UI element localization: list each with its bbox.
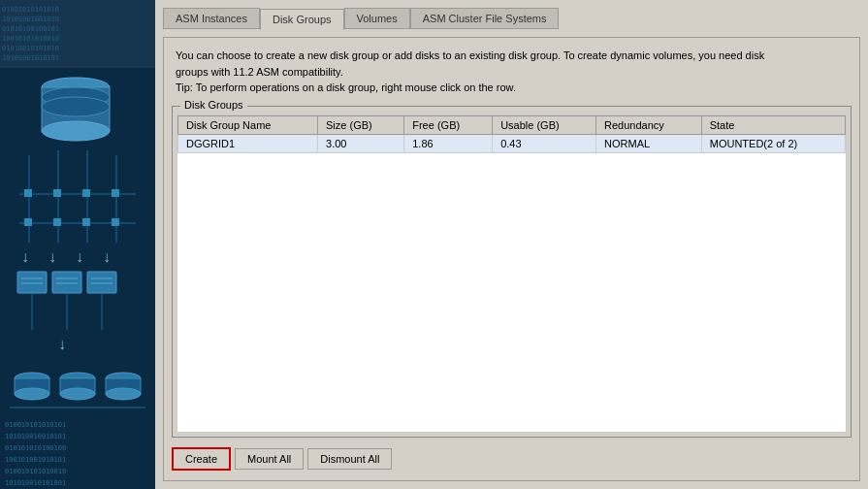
svg-rect-0 (0, 0, 155, 489)
svg-text:010010101010010: 010010101010010 (5, 468, 66, 475)
svg-text:10010101010010: 10010101010010 (2, 35, 59, 43)
svg-point-12 (42, 121, 110, 141)
content-area: ASM Instances Disk Groups Volumes ASM Cl… (155, 0, 868, 489)
svg-text:10101001001010: 10101001001010 (2, 16, 59, 23)
col-header-name: Disk Group Name (178, 115, 318, 134)
svg-text:01010100100101: 01010100100101 (2, 25, 59, 33)
svg-rect-33 (87, 272, 116, 293)
svg-point-11 (42, 97, 110, 116)
svg-text:↓: ↓ (103, 248, 111, 265)
content-panel: You can choose to create a new disk grou… (163, 37, 860, 481)
svg-text:010010101010101: 010010101010101 (5, 421, 66, 429)
svg-rect-25 (82, 218, 90, 226)
disk-groups-legend: Disk Groups (180, 99, 247, 111)
cell-state: MOUNTED(2 of 2) (701, 134, 845, 152)
col-header-free: Free (GB) (404, 115, 493, 134)
cell-redundancy: NORMAL (596, 134, 702, 152)
tab-disk-groups[interactable]: Disk Groups (260, 9, 344, 30)
svg-rect-31 (17, 272, 47, 293)
dismount-all-button[interactable]: Dismount All (307, 448, 392, 470)
disk-groups-table-wrapper: Disk Group Name Size (GB) Free (GB) Usab… (177, 114, 847, 434)
col-header-size: Size (GB) (318, 115, 404, 134)
disk-groups-section: Disk Groups Disk Group Name Size (GB) Fr… (172, 106, 852, 439)
disk-table: Disk Group Name Size (GB) Free (GB) Usab… (177, 115, 846, 153)
svg-rect-22 (112, 189, 119, 197)
cell-name: DGGRID1 (178, 134, 318, 152)
cell-size: 3.00 (318, 134, 404, 152)
sidebar: 01001010101010 10101001001010 0101010010… (0, 0, 155, 489)
info-line2: groups with 11.2 ASM compatibility. (176, 64, 848, 81)
table-row[interactable]: DGGRID1 3.00 1.86 0.43 NORMAL MOUNTED(2 … (178, 134, 846, 152)
svg-text:10101001010101: 10101001010101 (2, 54, 59, 62)
mount-all-button[interactable]: Mount All (235, 448, 304, 470)
svg-text:↓: ↓ (48, 248, 56, 265)
tab-volumes[interactable]: Volumes (344, 8, 410, 29)
info-line1: You can choose to create a new disk grou… (176, 48, 848, 64)
tab-asm-cluster[interactable]: ASM Cluster File Systems (410, 8, 560, 29)
svg-rect-19 (24, 189, 32, 197)
cell-free: 1.86 (404, 134, 493, 152)
svg-text:101010010101001: 101010010101001 (5, 479, 66, 487)
cell-usable: 0.43 (493, 134, 596, 152)
info-tip: Tip: To perform operations on a disk gro… (176, 80, 848, 96)
col-header-redundancy: Redundancy (596, 115, 702, 134)
svg-rect-26 (112, 218, 119, 226)
svg-text:010101010100100: 010101010100100 (5, 444, 66, 452)
svg-point-52 (106, 388, 141, 400)
buttons-bar: Create Mount All Dismount All (172, 443, 852, 474)
svg-rect-20 (53, 189, 61, 197)
create-button[interactable]: Create (172, 447, 231, 471)
tabs-bar: ASM Instances Disk Groups Volumes ASM Cl… (163, 8, 860, 29)
svg-rect-21 (82, 189, 90, 197)
svg-point-49 (60, 388, 95, 400)
svg-text:100101001010101: 100101001010101 (5, 456, 66, 464)
svg-text:↓: ↓ (76, 248, 83, 265)
svg-text:01001010101010: 01001010101010 (2, 6, 59, 14)
svg-rect-32 (52, 272, 81, 293)
svg-text:↓: ↓ (58, 336, 66, 352)
svg-text:↓: ↓ (21, 248, 29, 265)
svg-rect-23 (24, 218, 32, 226)
svg-text:01010010101010: 01010010101010 (2, 45, 59, 52)
svg-text:101010010010101: 101010010010101 (5, 433, 66, 440)
info-section: You can choose to create a new disk grou… (172, 44, 852, 102)
main-container: 01001010101010 10101001001010 0101010010… (0, 0, 868, 489)
col-header-usable: Usable (GB) (493, 115, 596, 134)
tab-asm-instances[interactable]: ASM Instances (163, 8, 260, 29)
svg-rect-24 (53, 218, 61, 226)
svg-point-46 (15, 388, 49, 400)
col-header-state: State (701, 115, 845, 134)
